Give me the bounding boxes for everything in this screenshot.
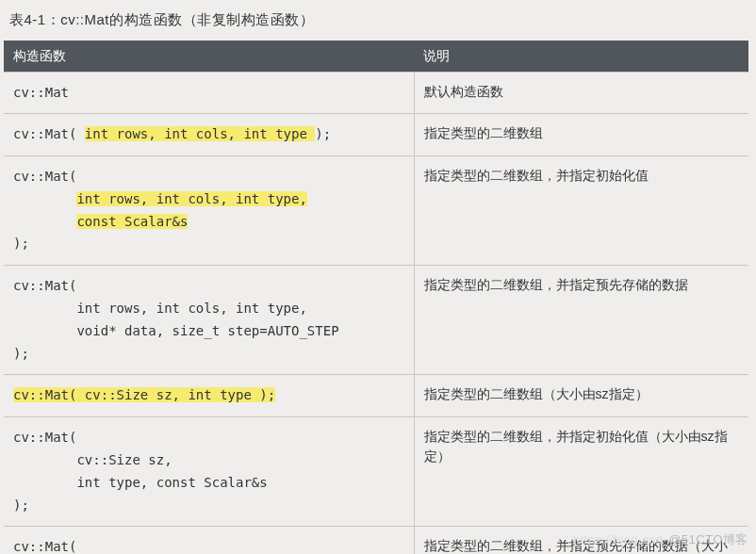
table-row: cv::Mat( int rows, int cols, int type, c… [4,156,748,266]
highlighted-params: int rows, int cols, int type, [76,191,306,206]
watermark-main: @51CTO博客 [668,532,748,546]
description-cell: 指定类型的二维数组 [414,114,748,156]
sig-line: int type, const Scalar&s [13,475,268,490]
indent [13,191,76,206]
signature-cell: cv::Mat( int rows, int cols, int type, v… [4,266,414,375]
sig-close: ); [13,236,29,251]
sig-line: cv::Mat( [13,169,76,184]
description-cell: 指定类型的二维数组，并指定初始化值（大小由sz指定） [414,417,748,527]
sig-line: cv::Mat( [13,539,76,554]
sig-line: cv::Size sz, [13,452,173,467]
sig-close: ); [13,346,29,361]
watermark-ghost: https://blog.csd [573,532,663,546]
constructor-table: 构造函数 说明 cv::Mat 默认构造函数 cv::Mat( int rows… [4,41,748,555]
table-row: cv::Mat 默认构造函数 [4,72,748,114]
highlighted-params: const Scalar&s [76,214,188,229]
indent [13,214,76,229]
sig-line: cv::Mat( [13,430,76,445]
table-row: cv::Mat( cv::Size sz, int type, const Sc… [4,417,748,527]
description-cell: 指定类型的二维数组，并指定预先存储的数据 [414,266,748,375]
table-row: cv::Mat( int rows, int cols, int type );… [4,114,748,156]
signature-cell: cv::Mat [4,72,414,114]
description-cell: 默认构造函数 [414,72,748,114]
signature-cell: cv::Mat( int rows, int cols, int type ); [4,114,414,156]
header-row: 构造函数 说明 [4,41,748,73]
watermark: https://blog.csd@51CTO博客 [573,530,748,549]
sig-suffix: ); [315,126,331,141]
description-cell: 指定类型的二维数组（大小由sz指定） [414,375,748,417]
table-row: cv::Mat( cv::Size sz, int type ); 指定类型的二… [4,375,748,417]
sig-prefix: cv::Mat( [13,126,85,141]
table-caption: 表4-1：cv::Mat的构造函数（非复制构造函数） [9,9,756,31]
table-row: cv::Mat( int rows, int cols, int type, v… [4,266,748,375]
sig-line: int rows, int cols, int type, [13,301,307,316]
highlighted-params: int rows, int cols, int type [85,126,315,141]
signature-cell: cv::Mat( cv::Size sz, int type ); [4,375,414,417]
signature-cell: cv::Mat( cv::Size sz, int type, const Sc… [4,417,414,527]
header-signature: 构造函数 [4,41,414,73]
signature-cell: cv::Mat( int rows, int cols, int type, c… [4,156,414,266]
sig-line: cv::Mat( [13,278,76,293]
sig-close: ); [13,497,29,513]
signature-cell: cv::Mat( cv::Size sz, int type, void* da… [4,527,414,554]
highlighted-signature: cv::Mat( cv::Size sz, int type ); [13,387,275,402]
description-cell: 指定类型的二维数组，并指定初始化值 [414,156,748,266]
header-description: 说明 [414,41,748,73]
sig-line: void* data, size_t step=AUTO_STEP [13,323,339,338]
